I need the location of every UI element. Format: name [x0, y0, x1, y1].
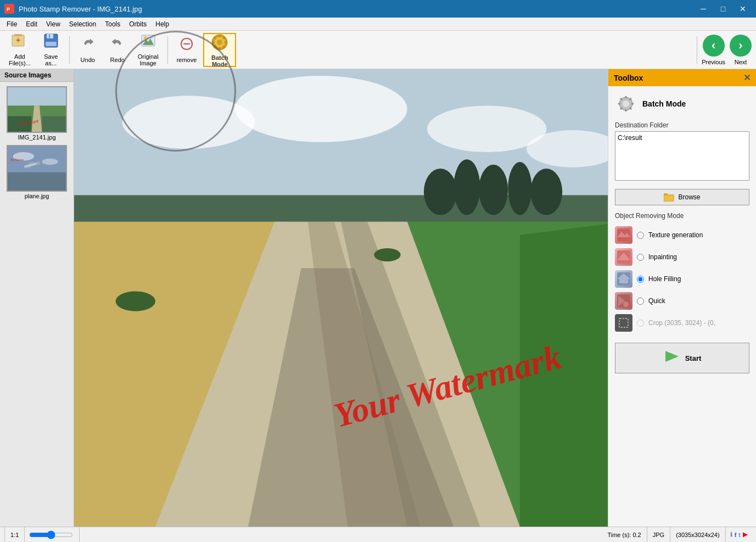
undo-button[interactable]: Undo — [74, 33, 102, 66]
remove-button[interactable]: remove — [172, 33, 201, 66]
svg-point-61 — [623, 100, 629, 107]
quick-radio[interactable] — [637, 298, 644, 305]
source-image-item-2[interactable]: Air Name plane.jpg — [4, 145, 69, 199]
menu-view[interactable]: View — [42, 19, 65, 29]
mode-hole-filling-row: Hole Filling — [615, 270, 749, 288]
destination-folder-label: Destination Folder — [615, 121, 749, 129]
save-as-button[interactable]: Save as... — [37, 33, 65, 66]
menu-bar: File Edit View Selection Tools Orbits He… — [0, 18, 756, 31]
crop-icon — [615, 314, 632, 332]
start-button[interactable]: Start — [615, 343, 749, 373]
crop-radio — [637, 320, 644, 327]
svg-text:+: + — [16, 36, 20, 44]
svg-text:Air Name: Air Name — [10, 158, 24, 161]
status-time: Time (s): 0.2 — [602, 527, 647, 542]
add-files-label: Add File(s)... — [9, 53, 31, 66]
svg-line-68 — [630, 98, 631, 100]
minimize-button[interactable]: ─ — [695, 3, 712, 14]
add-files-button[interactable]: + Add File(s)... — [4, 33, 35, 66]
svg-rect-20 — [219, 47, 221, 50]
menu-selection[interactable]: Selection — [65, 19, 100, 29]
svg-point-40 — [122, 96, 255, 149]
toolbar-separator-1 — [69, 36, 70, 64]
redo-button[interactable]: Redo — [104, 33, 131, 66]
source-images-header: Source Images — [0, 69, 74, 82]
save-icon — [43, 33, 59, 52]
svg-rect-16 — [219, 35, 221, 37]
browse-button[interactable]: Browse — [615, 189, 749, 205]
crop-label: Crop (3035, 3024) - (0, — [648, 319, 715, 327]
facebook-icon[interactable]: f — [735, 532, 737, 538]
separator-prevnext — [697, 36, 697, 64]
previous-label: Previous — [702, 59, 725, 65]
start-arrow-icon — [663, 349, 681, 367]
source-image-item-1[interactable]: Watermark IMG_2141.jpg — [4, 86, 69, 141]
next-icon[interactable]: › — [730, 35, 752, 57]
svg-line-69 — [620, 108, 622, 109]
quick-icon — [615, 292, 632, 310]
toolbox-body: Batch Mode Destination Folder C:\result … — [608, 86, 756, 380]
browse-folder-icon — [664, 193, 675, 202]
svg-marker-84 — [665, 351, 679, 362]
original-image-button[interactable]: Original Image — [133, 33, 163, 66]
next-nav[interactable]: › Next — [730, 35, 752, 65]
inpainting-radio[interactable] — [637, 254, 644, 261]
status-slider[interactable] — [25, 527, 80, 542]
source-images-list: Watermark IMG_2141.jpg — [0, 82, 74, 204]
svg-point-80 — [623, 301, 629, 307]
object-removing-mode-section: Object Removing Mode Texture generation … — [615, 212, 749, 332]
menu-tools[interactable]: Tools — [100, 19, 125, 29]
main-layout: Source Images Wate — [0, 69, 756, 527]
previous-icon[interactable]: ‹ — [703, 35, 725, 57]
svg-rect-28 — [42, 116, 66, 132]
svg-text:P: P — [7, 7, 10, 12]
close-button[interactable]: ✕ — [734, 3, 752, 14]
original-image-label: Original Image — [138, 53, 159, 66]
zoom-slider[interactable] — [29, 530, 73, 539]
svg-point-33 — [42, 159, 58, 165]
toolbox-close-button[interactable]: ✕ — [743, 72, 751, 83]
menu-file[interactable]: File — [2, 19, 21, 29]
next-label: Next — [735, 59, 747, 65]
svg-point-11 — [144, 36, 147, 40]
toolbox-panel: Toolbox ✕ — [608, 69, 756, 527]
batch-mode-button[interactable]: Batch Mode — [203, 33, 236, 67]
maximize-button[interactable]: □ — [714, 3, 732, 14]
status-bar: 1:1 Time (s): 0.2 JPG (3035x3024x24) ℹ f… — [0, 527, 756, 542]
batch-mode-icon — [210, 32, 229, 53]
hole-filling-radio[interactable] — [637, 276, 644, 283]
menu-help[interactable]: Help — [151, 19, 173, 29]
hole-filling-icon — [615, 270, 632, 288]
undo-label: Undo — [81, 57, 95, 63]
canvas-area[interactable]: Your Watermark — [74, 69, 608, 527]
source-image-label-2: plane.jpg — [25, 193, 49, 199]
destination-folder-input[interactable]: C:\result — [615, 131, 749, 181]
texture-label: Texture generation — [648, 231, 703, 239]
inpainting-label: Inpainting — [648, 253, 677, 261]
twitter-icon[interactable]: t — [738, 532, 741, 538]
source-image-thumb-1: Watermark — [7, 86, 67, 133]
svg-line-67 — [630, 108, 631, 109]
batch-mode-gear-icon — [615, 93, 637, 115]
svg-rect-8 — [49, 35, 50, 38]
menu-orbits[interactable]: Orbits — [125, 19, 151, 29]
hole-filling-label: Hole Filling — [648, 275, 681, 283]
add-files-icon: + — [11, 33, 29, 52]
youtube-icon[interactable]: ▶ — [743, 531, 747, 538]
remove-icon — [179, 36, 194, 55]
svg-rect-70 — [664, 195, 674, 202]
batch-mode-section-title: Batch Mode — [642, 99, 686, 108]
status-format: JPG — [647, 527, 670, 542]
mode-quick-row: Quick — [615, 292, 749, 310]
title-bar: P Photo Stamp Remover - IMG_2141.jpg ─ □… — [0, 0, 756, 18]
svg-line-66 — [620, 98, 622, 100]
source-image-label-1: IMG_2141.jpg — [18, 134, 55, 141]
menu-edit[interactable]: Edit — [21, 19, 42, 29]
previous-nav[interactable]: ‹ Previous — [702, 35, 725, 65]
toolbox-title: Toolbox — [614, 74, 643, 82]
status-dimensions: (3035x3024x24) — [670, 527, 726, 542]
source-image-thumb-2: Air Name — [7, 145, 67, 192]
texture-radio[interactable] — [637, 232, 644, 239]
destination-folder-section: Destination Folder C:\result — [615, 121, 749, 182]
social-icons: ℹ f t ▶ — [726, 531, 752, 538]
